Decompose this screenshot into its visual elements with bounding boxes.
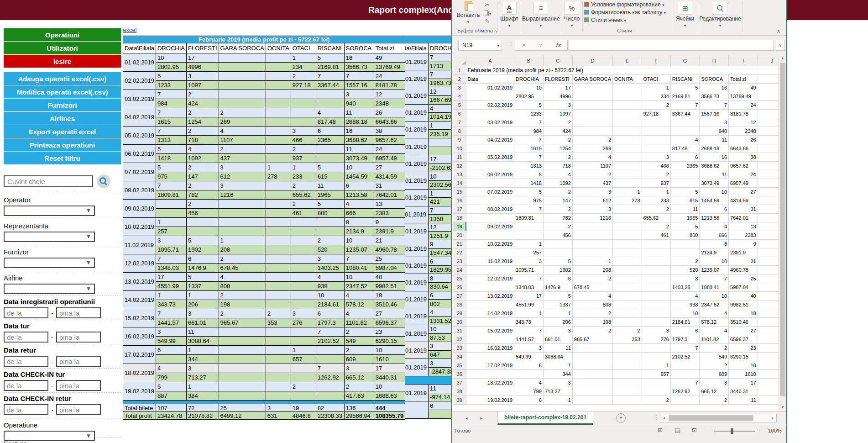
excel-cell[interactable]: 1610 — [729, 370, 758, 379]
excel-cell[interactable]: 11 — [670, 205, 700, 214]
excel-cell[interactable]: 18 — [729, 309, 758, 318]
excel-cell[interactable] — [572, 101, 612, 110]
excel-cell[interactable]: 940 — [700, 127, 729, 136]
excel-cell[interactable]: 2 — [613, 327, 642, 335]
amount-cell[interactable] — [156, 355, 187, 364]
excel-cell[interactable]: 1216 — [572, 214, 612, 222]
amount-cell[interactable]: 661.01 — [187, 318, 219, 327]
amount-cell[interactable]: 1101.82 — [344, 318, 374, 327]
excel-cell[interactable]: 04.02.2019 — [466, 136, 514, 144]
count-cell[interactable]: 38 — [374, 127, 405, 136]
excel-cell[interactable]: 2 — [642, 396, 670, 405]
operator-select[interactable]: ▼ — [4, 206, 95, 216]
excel-cell[interactable]: 615 — [670, 196, 700, 205]
count-cell[interactable]: 2 — [266, 309, 291, 318]
excel-cell[interactable]: 3367.44 — [670, 110, 700, 118]
excel-cell[interactable]: 4 — [514, 379, 544, 387]
excel-cell[interactable]: 965.67 — [572, 335, 612, 344]
scroll-left-icon[interactable]: ◂ — [660, 414, 668, 422]
sidebar-action-modifica-operatii-excel-csv[interactable]: Modifica operatii excel(.csv) — [4, 85, 121, 98]
count-cell[interactable] — [219, 346, 266, 355]
count-cell[interactable]: 4 — [344, 309, 374, 318]
amount-cell[interactable]: 1615 — [156, 117, 187, 127]
excel-cell[interactable]: 7 — [700, 274, 729, 283]
excel-cell[interactable]: 3688.62 — [700, 162, 729, 170]
excel-cell[interactable] — [572, 240, 612, 248]
amount-cell[interactable]: 13769.49 — [374, 63, 405, 72]
excel-cell[interactable]: 4 — [572, 292, 612, 301]
excel-row-header[interactable]: 20 — [453, 231, 466, 240]
amount-cell[interactable] — [219, 81, 266, 90]
excel-cell[interactable]: 5987.04 — [729, 283, 758, 292]
page-layout-view-icon[interactable]: ▤ — [675, 427, 680, 433]
excel-cell[interactable]: 1235.07 — [700, 266, 729, 274]
amount-cell[interactable] — [266, 136, 291, 145]
excel-row-header[interactable]: 9 — [453, 136, 466, 144]
date-cell[interactable]: 04.02.2019 — [123, 108, 156, 127]
excel-cell[interactable] — [613, 118, 642, 127]
excel-cell[interactable]: 2 — [543, 205, 572, 214]
date-cell[interactable]: 10.02.2019 — [123, 218, 156, 236]
zoom-in-button[interactable]: + — [758, 427, 762, 432]
date-cell[interactable]: 05.02.2019 — [123, 127, 156, 145]
excel-cell[interactable] — [613, 387, 642, 396]
excel-cell[interactable]: 7 — [514, 327, 544, 335]
excel-cell[interactable]: 3 — [572, 205, 612, 214]
excel-cell[interactable]: 1097 — [543, 110, 572, 118]
excel-cell[interactable] — [466, 179, 514, 188]
excel-cell[interactable]: 4960.78 — [729, 266, 758, 274]
data-inregistrarii-operatiunii-to-input[interactable] — [56, 307, 101, 318]
excel-cell[interactable]: 1 — [543, 396, 572, 405]
count-cell[interactable]: 24 — [374, 145, 405, 154]
excel-cell[interactable] — [670, 396, 700, 405]
count-cell[interactable]: 7 — [156, 181, 187, 190]
excel-cell[interactable]: 4 — [700, 222, 729, 231]
amount-cell[interactable]: 3688.62 — [344, 136, 374, 145]
excel-cell[interactable] — [613, 101, 642, 110]
excel-cell[interactable]: 1213.58 — [700, 214, 729, 222]
count-cell[interactable]: 27 — [374, 163, 405, 172]
sheet-nav-left-icon[interactable]: ◂ — [465, 415, 468, 421]
excel-cell[interactable]: 6 — [514, 361, 544, 370]
amount-cell[interactable] — [316, 355, 344, 364]
count-cell[interactable]: 6 — [187, 254, 219, 264]
amount-cell[interactable]: 927.18 — [291, 81, 316, 90]
excel-cell[interactable]: 234 — [642, 92, 670, 101]
excel-cell[interactable] — [466, 370, 514, 379]
expand-formula-bar-icon[interactable]: ∨ — [776, 40, 785, 51]
excel-cell[interactable] — [613, 309, 642, 318]
amount-cell[interactable] — [266, 264, 291, 273]
excel-cell[interactable]: 05.02.2019 — [466, 153, 514, 162]
count-cell[interactable]: 11 — [316, 181, 344, 190]
excel-cell[interactable] — [613, 396, 642, 405]
formula-input[interactable] — [569, 40, 774, 51]
excel-cell[interactable]: 2 — [642, 205, 670, 214]
excel-cell[interactable] — [572, 92, 612, 101]
count-cell[interactable]: 5 — [187, 273, 219, 282]
excel-column-header-F[interactable]: F — [642, 55, 670, 66]
excel-cell[interactable]: 2 — [543, 136, 572, 144]
excel-cell[interactable] — [613, 136, 642, 144]
excel-cell[interactable]: 18.02.2019 — [466, 379, 514, 387]
amount-cell[interactable]: 1348.03 — [156, 264, 187, 273]
count-cell[interactable] — [291, 108, 316, 117]
count-cell[interactable]: 2 — [187, 108, 219, 117]
excel-cell[interactable] — [642, 292, 670, 301]
excel-cell[interactable]: 800 — [670, 231, 700, 240]
excel-cell[interactable]: 1476.9 — [543, 283, 572, 292]
amount-cell[interactable] — [291, 337, 316, 346]
excel-cell[interactable]: 6 — [543, 274, 572, 283]
amount-cell[interactable]: 1797.3 — [316, 318, 344, 327]
count-cell[interactable]: 3 — [219, 163, 266, 172]
amount-cell[interactable]: 7642.01 — [374, 190, 405, 200]
excel-cell[interactable] — [613, 283, 642, 292]
excel-cell[interactable]: 9 — [729, 240, 758, 248]
horizontal-scroll-thumb[interactable] — [669, 415, 753, 421]
search-button[interactable] — [97, 174, 110, 188]
excel-row-header[interactable]: 25 — [453, 274, 466, 283]
excel-cell[interactable]: 2 — [642, 101, 670, 110]
excel-cell[interactable]: 16 — [700, 153, 729, 162]
amount-cell[interactable]: 2169.81 — [316, 63, 344, 72]
amount-cell[interactable]: 384 — [187, 391, 219, 401]
excel-cell[interactable]: 17.02.2019 — [466, 361, 514, 370]
